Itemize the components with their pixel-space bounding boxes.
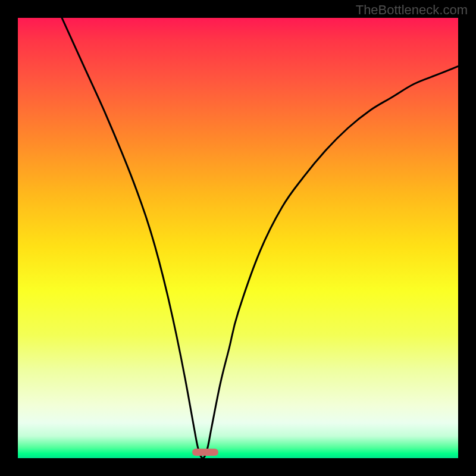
bottleneck-curve [18,18,458,458]
watermark-text: TheBottleneck.com [356,2,468,18]
chart-plot-area [18,18,458,458]
optimal-point-marker [192,449,218,456]
